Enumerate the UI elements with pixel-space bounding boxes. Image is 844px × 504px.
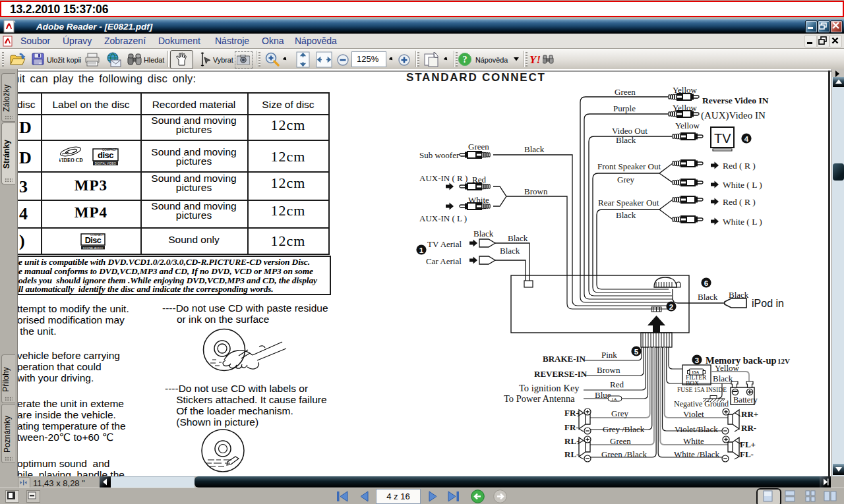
svg-text:To ignition Key: To ignition Key bbox=[519, 383, 580, 393]
svg-text:Purple: Purple bbox=[613, 103, 636, 113]
svg-text:15A: 15A bbox=[692, 370, 700, 374]
svg-text:12V: 12V bbox=[777, 357, 790, 365]
svg-text:Yellow: Yellow bbox=[675, 121, 700, 130]
svg-text:FUSE 15A INSIDE: FUSE 15A INSIDE bbox=[677, 387, 727, 393]
svg-text:White ( L ): White ( L ) bbox=[723, 180, 762, 190]
svg-text:Disc: Disc bbox=[85, 236, 102, 245]
svg-text:TV Aerial: TV Aerial bbox=[427, 239, 462, 249]
svg-text:iPod in: iPod in bbox=[752, 298, 784, 309]
svg-text:Black: Black bbox=[729, 290, 749, 300]
svg-text:Sub woofer: Sub woofer bbox=[419, 150, 460, 160]
svg-text:Violet/Black: Violet/Black bbox=[675, 424, 718, 434]
svg-text:Green: Green bbox=[468, 142, 489, 152]
svg-text:Car Aerial: Car Aerial bbox=[426, 256, 462, 266]
svg-text:(AUX)Video IN: (AUX)Video IN bbox=[701, 110, 766, 121]
svg-text:FL+: FL+ bbox=[740, 439, 756, 449]
svg-text:Green /Black: Green /Black bbox=[601, 449, 647, 459]
svg-text:STANDARD CONNECT: STANDARD CONNECT bbox=[406, 71, 546, 84]
svg-text:Red ( R ): Red ( R ) bbox=[723, 161, 756, 171]
svg-text:?: ? bbox=[463, 55, 467, 65]
svg-text:FL-: FL- bbox=[740, 449, 754, 459]
svg-text:Video Out: Video Out bbox=[612, 126, 648, 136]
svg-text:Violet: Violet bbox=[683, 409, 704, 419]
svg-text:VIDEO CD: VIDEO CD bbox=[59, 157, 83, 163]
svg-text:Black: Black bbox=[698, 292, 718, 302]
svg-text:disc: disc bbox=[98, 150, 113, 160]
svg-text:Brown: Brown bbox=[597, 365, 620, 375]
svg-text:TV: TV bbox=[714, 131, 731, 146]
svg-text:Reverse Video IN: Reverse Video IN bbox=[702, 96, 769, 105]
svg-text:Black: Black bbox=[508, 233, 528, 243]
svg-text:AUX-IN ( L ): AUX-IN ( L ) bbox=[419, 213, 467, 223]
svg-text:COMPACT: COMPACT bbox=[102, 148, 117, 152]
svg-text:Green: Green bbox=[615, 87, 636, 97]
svg-text:1: 1 bbox=[419, 246, 424, 254]
svg-text:RR+: RR+ bbox=[741, 409, 758, 419]
svg-text:Black: Black bbox=[616, 135, 636, 145]
svg-text:Grey: Grey bbox=[617, 175, 634, 184]
svg-text:5: 5 bbox=[634, 348, 639, 356]
svg-text:Green: Green bbox=[610, 436, 631, 446]
svg-text:Red ( R ): Red ( R ) bbox=[723, 197, 756, 207]
svg-text:4: 4 bbox=[744, 135, 749, 143]
svg-text:COMPACT: COMPACT bbox=[90, 233, 104, 237]
svg-text:Red: Red bbox=[610, 379, 624, 389]
svg-text:Front Speaker Out: Front Speaker Out bbox=[597, 161, 661, 171]
svg-text:Grey /Black: Grey /Black bbox=[603, 424, 645, 434]
svg-text:Rear Speaker Out: Rear Speaker Out bbox=[598, 198, 659, 208]
svg-text:Brown: Brown bbox=[524, 186, 548, 196]
svg-text:Yellow: Yellow bbox=[673, 103, 698, 113]
svg-text:White /Black: White /Black bbox=[674, 449, 719, 459]
svg-text:REVERSE-IN: REVERSE-IN bbox=[534, 369, 588, 379]
svg-text:Black: Black bbox=[713, 374, 733, 383]
svg-text:Grey: Grey bbox=[611, 408, 628, 418]
svg-text:DIGITAL VIDEO: DIGITAL VIDEO bbox=[95, 162, 117, 165]
svg-text:DIGITAL AUDIO: DIGITAL AUDIO bbox=[83, 246, 104, 250]
svg-text:Battery: Battery bbox=[733, 395, 758, 405]
svg-text:Black: Black bbox=[473, 229, 494, 238]
svg-text:RL-: RL- bbox=[564, 449, 579, 459]
svg-text:AUX-IN ( R ): AUX-IN ( R ) bbox=[419, 173, 467, 183]
svg-text:Negative Ground: Negative Ground bbox=[674, 399, 729, 408]
svg-text:RR-: RR- bbox=[741, 423, 756, 433]
svg-text:To Power Antenna: To Power Antenna bbox=[504, 393, 575, 404]
svg-text:Black: Black bbox=[524, 144, 545, 154]
svg-text:FR-: FR- bbox=[564, 422, 579, 432]
svg-text:2: 2 bbox=[669, 303, 673, 311]
svg-text:White: White bbox=[683, 436, 704, 446]
svg-text:1A: 1A bbox=[611, 397, 617, 402]
svg-text:BOX: BOX bbox=[686, 380, 699, 387]
svg-text:Yellow: Yellow bbox=[673, 85, 698, 95]
svg-text:3: 3 bbox=[695, 356, 699, 364]
svg-text:Black: Black bbox=[500, 246, 520, 256]
svg-text:6: 6 bbox=[704, 279, 708, 287]
svg-text:White ( L ): White ( L ) bbox=[723, 217, 762, 227]
svg-text:Pink: Pink bbox=[601, 350, 617, 360]
svg-text:Black: Black bbox=[616, 210, 636, 220]
svg-text:BRAKE-IN: BRAKE-IN bbox=[543, 354, 586, 364]
